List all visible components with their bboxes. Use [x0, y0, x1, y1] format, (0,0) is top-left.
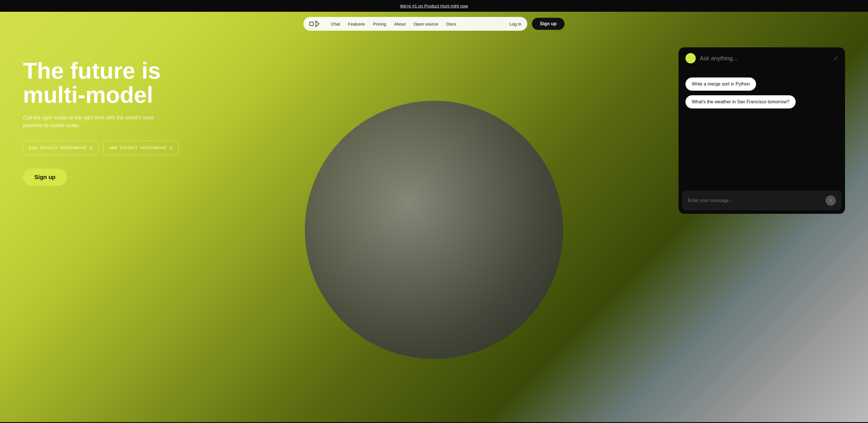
hero-title-line1: The future is [23, 58, 161, 84]
chat-suggestion-0[interactable]: Write a merge sort in Python [685, 77, 756, 91]
pip-copy-icon: ⧉ [89, 145, 92, 151]
logo[interactable] [309, 20, 319, 28]
hero-subtitle: Call the right model at the right time w… [23, 114, 155, 129]
navbar: Chat Features Pricing About Open source … [0, 12, 868, 36]
chat-avatar [685, 53, 696, 63]
svg-rect-0 [309, 22, 313, 26]
hero-section: Chat Features Pricing About Open source … [0, 12, 868, 422]
hero-content: The future is multi-model Call the right… [0, 36, 868, 422]
hero-left: The future is multi-model Call the right… [23, 47, 661, 186]
logo-icon [309, 20, 319, 28]
nav-links: Chat Features Pricing About Open source … [331, 22, 487, 26]
hero-signup-button[interactable]: Sign up [23, 169, 67, 186]
nav-link-pricing[interactable]: Pricing [373, 22, 386, 26]
top-banner[interactable]: We're #1 on Product Hunt right now [0, 0, 868, 12]
send-icon: ↑ [830, 198, 832, 203]
pip-install-button[interactable]: pip install notdiamond ⧉ [23, 141, 98, 155]
nav-link-docs[interactable]: Docs [446, 22, 456, 26]
chat-panel: Ask anything... ⤢ Write a merge sort in … [679, 47, 845, 214]
chat-send-button[interactable]: ↑ [826, 195, 836, 206]
chat-placeholder-text: Ask anything... [700, 55, 829, 62]
pip-install-label: pip install notdiamond [29, 145, 86, 151]
hero-title-line2: multi-model [23, 82, 153, 108]
nav-link-features[interactable]: Features [348, 22, 365, 26]
chat-suggestion-1[interactable]: What's the weather in San Francisco tomo… [685, 95, 796, 108]
nav-divider [498, 20, 499, 27]
chat-input-area: ↑ [682, 191, 842, 210]
chat-input[interactable] [688, 198, 822, 203]
npm-copy-icon: ⧉ [169, 145, 173, 151]
chat-header: Ask anything... ⤢ [679, 47, 845, 69]
nav-link-about[interactable]: About [394, 22, 405, 26]
npm-install-label: npm install notdiamond [109, 145, 166, 151]
nav-login-button[interactable]: Log In [509, 22, 522, 26]
chat-expand-icon[interactable]: ⤢ [833, 55, 838, 62]
nav-link-opensource[interactable]: Open source [414, 22, 438, 26]
chat-messages: Write a merge sort in Python What's the … [679, 69, 845, 187]
npm-install-button[interactable]: npm install notdiamond ⧉ [103, 141, 179, 155]
hero-title: The future is multi-model [23, 59, 661, 107]
nav-signup-button[interactable]: Sign up [532, 18, 565, 30]
code-buttons: pip install notdiamond ⧉ npm install not… [23, 141, 661, 155]
nav-link-chat[interactable]: Chat [331, 22, 340, 26]
navbar-inner: Chat Features Pricing About Open source … [303, 17, 527, 31]
svg-marker-1 [316, 21, 319, 27]
